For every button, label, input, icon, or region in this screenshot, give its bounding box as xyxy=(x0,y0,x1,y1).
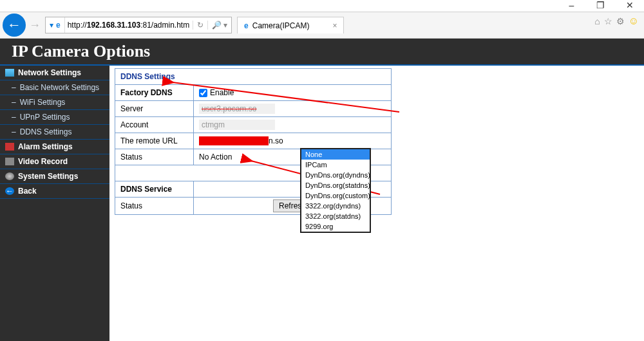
minimize-button[interactable]: – xyxy=(557,0,586,12)
sidebar-label: Back xyxy=(18,187,37,196)
browser-right-icons: ⌂ ☆ ⚙ ☺ xyxy=(594,15,639,27)
settings-icon[interactable]: ⚙ xyxy=(616,16,625,26)
browser-tab[interactable]: e Camera(IPCAM) × xyxy=(237,17,344,33)
tab-favicon: e xyxy=(244,21,249,30)
account-value: ctmgm xyxy=(199,120,275,130)
forward-button[interactable]: → xyxy=(28,19,41,32)
status-label: Status xyxy=(115,149,194,165)
page-title: IP Camera Options xyxy=(12,42,150,61)
smiley-icon[interactable]: ☺ xyxy=(629,15,639,27)
server-value: user3.pocam.so xyxy=(199,104,275,114)
dropdown-option[interactable]: 9299.org xyxy=(301,221,370,232)
enable-cell: Enable xyxy=(194,85,392,101)
network-icon xyxy=(5,69,14,77)
account-label: Account xyxy=(115,117,194,133)
dropdown-option[interactable]: None xyxy=(301,149,370,160)
search-dropdown[interactable]: 🔎 ▾ xyxy=(207,21,231,30)
dropdown-option[interactable]: 3322.org(statdns) xyxy=(301,211,370,221)
ddns-service-dropdown[interactable]: None IPCam DynDns.org(dyndns) DynDns.org… xyxy=(300,148,371,233)
enable-label: Enable xyxy=(210,88,234,97)
home-icon[interactable]: ⌂ xyxy=(594,16,600,26)
tab-title: Camera(IPCAM) xyxy=(252,21,310,30)
back-button[interactable]: ← xyxy=(3,14,26,37)
alarm-icon xyxy=(5,143,14,151)
sidebar-item-basic-network[interactable]: Basic Network Settings xyxy=(0,80,109,95)
service-status-label: Status xyxy=(115,198,194,215)
gear-icon xyxy=(5,172,14,180)
ddns-title: DDNS Settings xyxy=(115,69,392,85)
url-text[interactable]: http://192.168.31.103:81/admin.htm xyxy=(65,21,193,30)
dropdown-option[interactable]: 3322.org(dyndns) xyxy=(301,201,370,211)
url-rest: :81/admin.htm xyxy=(140,21,189,30)
remote-url-cell: n.so xyxy=(194,133,392,149)
sidebar-label: Video Record xyxy=(18,157,68,166)
redacted-url xyxy=(199,136,269,145)
sidebar-back[interactable]: ← Back xyxy=(0,184,109,199)
dropdown-option[interactable]: DynDns.org(custom) xyxy=(301,190,370,201)
dropdown-option[interactable]: DynDns.org(dyndns) xyxy=(301,170,370,180)
sidebar: Network Settings Basic Network Settings … xyxy=(0,66,109,341)
dropdown-option[interactable]: DynDns.org(statdns) xyxy=(301,180,370,190)
sidebar-group-system[interactable]: System Settings xyxy=(0,169,109,184)
tab-close-icon[interactable]: × xyxy=(332,21,337,30)
sidebar-label: Alarm Settings xyxy=(18,142,73,151)
sidebar-label: System Settings xyxy=(18,172,78,181)
ie-icon: e xyxy=(56,21,61,30)
server-label: Server xyxy=(115,101,194,117)
content-area: DDNS Settings Factory DDNS Enable Server… xyxy=(109,66,644,341)
sidebar-item-ddns[interactable]: DDNS Settings xyxy=(0,125,109,140)
remote-url-suffix: n.so xyxy=(269,136,283,145)
maximize-button[interactable]: ❐ xyxy=(586,0,615,12)
sidebar-item-upnp[interactable]: UPnP Settings xyxy=(0,110,109,125)
close-window-button[interactable]: ✕ xyxy=(615,0,644,12)
url-host: 192.168.31.103 xyxy=(87,21,140,30)
sidebar-item-wifi[interactable]: WiFi Settings xyxy=(0,95,109,110)
browser-toolbar: ← → ▾ e http://192.168.31.103:81/admin.h… xyxy=(0,12,644,39)
favorites-icon[interactable]: ☆ xyxy=(604,16,612,26)
enable-checkbox[interactable] xyxy=(199,89,207,97)
app-header: IP Camera Options xyxy=(0,39,644,66)
sidebar-group-network[interactable]: Network Settings xyxy=(0,66,109,80)
sidebar-label: Network Settings xyxy=(18,68,81,77)
factory-ddns-label: Factory DDNS xyxy=(115,85,194,101)
dropdown-option[interactable]: IPCam xyxy=(301,160,370,170)
address-bar[interactable]: ▾ e http://192.168.31.103:81/admin.htm ↻… xyxy=(45,17,232,33)
sidebar-group-alarm[interactable]: Alarm Settings xyxy=(0,140,109,154)
dropdown-icon[interactable]: ▾ xyxy=(50,21,53,30)
sidebar-group-video[interactable]: Video Record xyxy=(0,154,109,169)
url-prefix: http:// xyxy=(68,21,87,30)
remote-url-label: The remote URL xyxy=(115,133,194,149)
video-icon xyxy=(5,158,14,165)
back-icon: ← xyxy=(5,187,14,195)
ddns-service-label: DDNS Service xyxy=(115,181,194,198)
refresh-icon[interactable]: ↻ xyxy=(193,21,207,30)
